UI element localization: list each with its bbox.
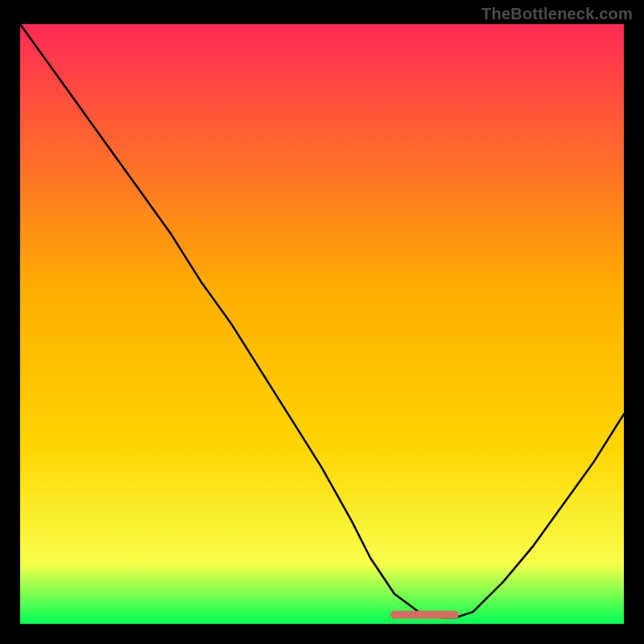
chart-stage: TheBottleneck.com xyxy=(0,0,644,644)
watermark-text: TheBottleneck.com xyxy=(481,5,633,23)
plot-area xyxy=(20,24,624,624)
gradient-background xyxy=(20,24,624,624)
chart-svg xyxy=(20,24,624,624)
